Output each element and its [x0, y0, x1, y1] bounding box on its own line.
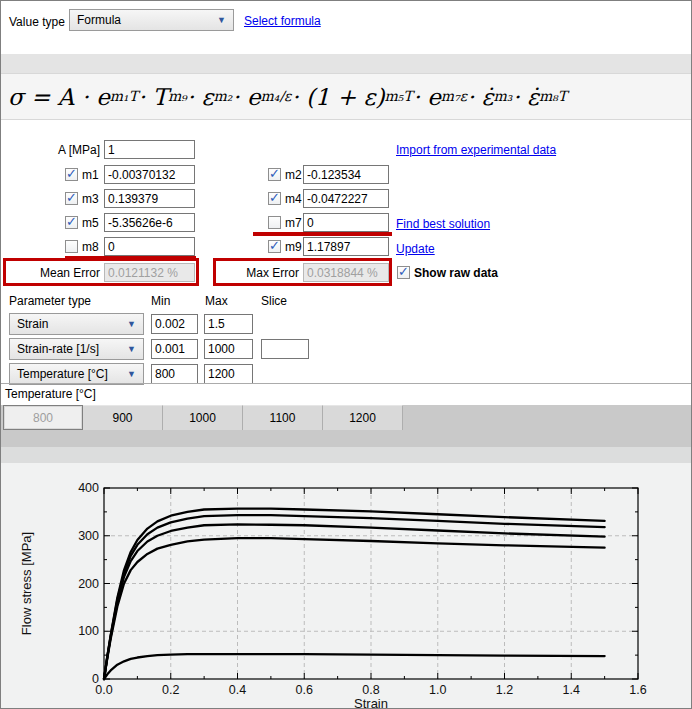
formula-text: · (1 + ε): [291, 84, 384, 110]
formula-text: · e: [232, 84, 260, 110]
flow-stress-chart-svg: 0.00.20.40.60.81.01.21.41.60100200300400…: [1, 463, 692, 709]
m9-label: m9: [285, 240, 302, 254]
svg-text:100: 100: [78, 624, 99, 638]
value-type-selected: Formula: [77, 13, 121, 27]
strain-rate-max-input[interactable]: [204, 339, 253, 359]
m1-label: m1: [82, 168, 99, 182]
strain-type-selected: Strain: [17, 317, 48, 331]
svg-text:1.0: 1.0: [429, 683, 446, 697]
strain-rate-type-selected: Strain-rate [1/s]: [17, 342, 99, 356]
svg-text:1.4: 1.4: [563, 683, 580, 697]
formula-text: · T: [138, 84, 168, 110]
flow-stress-chart: 0.00.20.40.60.81.01.21.41.60100200300400…: [1, 463, 692, 709]
svg-text:200: 200: [78, 577, 99, 591]
svg-text:Strain: Strain: [354, 696, 388, 709]
svg-text:400: 400: [78, 481, 99, 495]
max-error-label: Max Error: [201, 266, 299, 280]
update-link[interactable]: Update: [396, 242, 435, 256]
a-input[interactable]: [104, 140, 195, 159]
svg-text:1.6: 1.6: [629, 683, 646, 697]
m1-input[interactable]: [104, 165, 195, 184]
m3-label: m3: [82, 192, 99, 206]
light-gray-band: [1, 447, 691, 463]
tab-temperature-1000[interactable]: 1000: [163, 405, 243, 430]
strain-rate-type-dropdown[interactable]: Strain-rate [1/s] ▼: [9, 338, 144, 360]
m5-input[interactable]: [104, 213, 195, 232]
range-table-header-min: Min: [151, 294, 170, 308]
find-best-solution-link[interactable]: Find best solution: [396, 217, 490, 231]
m4-checkbox[interactable]: [268, 192, 281, 205]
curve-4: [104, 538, 605, 679]
m2-label: m2: [285, 168, 302, 182]
dropdown-arrow-icon: ▼: [127, 370, 136, 379]
temperature-min-input[interactable]: [151, 364, 198, 384]
temperature-max-input[interactable]: [204, 364, 253, 384]
tab-temperature-1100[interactable]: 1100: [243, 405, 323, 430]
flow-stress-formula-panel: Value type Formula ▼ Select formula σ = …: [0, 0, 692, 709]
m9-checkbox[interactable]: [268, 240, 281, 253]
curve-5: [104, 654, 605, 679]
m2-input[interactable]: [303, 165, 389, 184]
temperature-type-dropdown[interactable]: Temperature [°C] ▼: [9, 363, 144, 385]
m5-checkbox[interactable]: [65, 216, 78, 229]
temperature-tabs-label: Temperature [°C]: [5, 387, 96, 401]
m1-checkbox[interactable]: [65, 168, 78, 181]
m8-input[interactable]: [104, 237, 195, 256]
m9-input[interactable]: [303, 237, 389, 256]
tab-temperature-800[interactable]: 800: [3, 405, 83, 430]
tab-temperature-1200[interactable]: 1200: [323, 405, 403, 430]
svg-text:0.8: 0.8: [362, 683, 379, 697]
strain-rate-min-input[interactable]: [151, 339, 198, 359]
svg-text:0.6: 0.6: [296, 683, 313, 697]
temperature-type-selected: Temperature [°C]: [17, 367, 108, 381]
formula-text: · ε̇: [512, 84, 539, 110]
formula-text: · ε: [187, 84, 214, 110]
strain-min-input[interactable]: [151, 314, 198, 334]
max-error-value: [303, 263, 389, 282]
svg-text:0: 0: [92, 672, 99, 686]
strain-max-input[interactable]: [204, 314, 253, 334]
separator-band: [1, 54, 691, 73]
strain-rate-slice-input[interactable]: [261, 339, 309, 359]
tab-temperature-900[interactable]: 900: [83, 405, 163, 430]
svg-text:0.2: 0.2: [162, 683, 179, 697]
svg-text:Flow stress [MPa]: Flow stress [MPa]: [19, 532, 34, 635]
m2-checkbox[interactable]: [268, 168, 281, 181]
m7-checkbox[interactable]: [268, 216, 281, 229]
mean-error-label: Mean Error: [3, 266, 100, 280]
svg-text:0.4: 0.4: [229, 683, 246, 697]
range-table-header-slice: Slice: [261, 294, 287, 308]
m8-label: m8: [82, 240, 99, 254]
m7-label: m7: [285, 216, 302, 230]
import-experimental-data-link[interactable]: Import from experimental data: [396, 143, 556, 157]
show-raw-data-checkbox[interactable]: [397, 266, 410, 279]
strain-type-dropdown[interactable]: Strain ▼: [9, 313, 144, 335]
m4-label: m4: [285, 192, 302, 206]
m3-input[interactable]: [104, 189, 195, 208]
m8-checkbox[interactable]: [65, 240, 78, 253]
mean-error-value: [104, 263, 195, 282]
range-table-header-max: Max: [205, 294, 228, 308]
formula-text: σ = A · e: [8, 84, 110, 110]
value-type-label: Value type: [9, 15, 65, 29]
formula-text: · ε̇: [467, 84, 494, 110]
m5-label: m5: [82, 216, 99, 230]
formula-display: σ = A · em₁T · Tm₉ · εm₂ · em₄/ε · (1 + …: [1, 73, 691, 120]
formula-text: · e: [413, 84, 441, 110]
gray-band: [1, 430, 691, 447]
svg-text:300: 300: [78, 529, 99, 543]
dropdown-arrow-icon: ▼: [127, 345, 136, 354]
dropdown-arrow-icon: ▼: [217, 16, 226, 25]
select-formula-link[interactable]: Select formula: [244, 14, 321, 28]
dropdown-arrow-icon: ▼: [127, 320, 136, 329]
m7-input[interactable]: [303, 213, 389, 232]
m4-input[interactable]: [303, 189, 389, 208]
a-label: A [MPa]: [3, 143, 100, 157]
annotation-underline-m8: [65, 256, 196, 260]
range-table-header-type: Parameter type: [9, 294, 91, 308]
show-raw-data-label: Show raw data: [414, 266, 498, 280]
annotation-underline-m7: [253, 232, 392, 236]
m3-checkbox[interactable]: [65, 192, 78, 205]
temperature-section-border: [1, 383, 691, 384]
value-type-dropdown[interactable]: Formula ▼: [69, 9, 234, 31]
